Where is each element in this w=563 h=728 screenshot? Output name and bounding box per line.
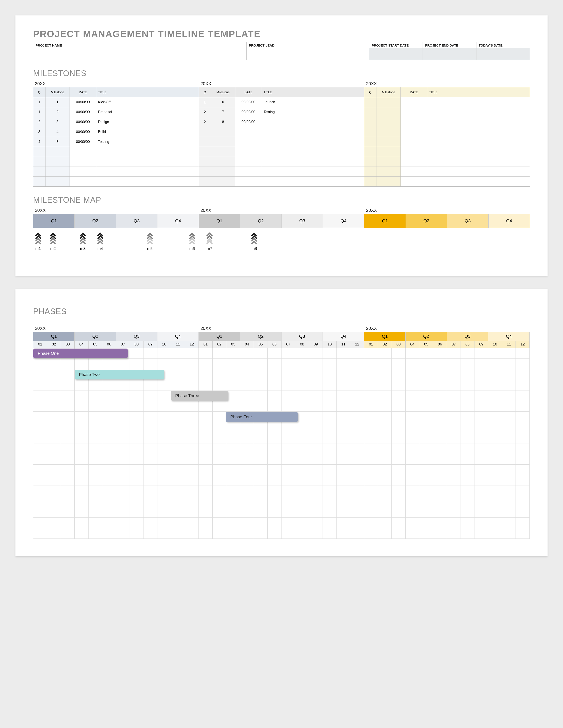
grid-cell[interactable] (378, 443, 392, 454)
grid-cell[interactable] (226, 528, 240, 539)
grid-cell[interactable] (364, 528, 378, 539)
milestone-row[interactable] (33, 177, 199, 187)
grid-cell[interactable] (254, 465, 267, 475)
cell[interactable] (235, 127, 262, 137)
grid-cell[interactable] (364, 412, 378, 422)
grid-cell[interactable] (282, 390, 295, 401)
grid-cell[interactable] (337, 443, 351, 454)
grid-cell[interactable] (102, 412, 116, 422)
grid-cell[interactable] (33, 422, 47, 433)
milestone-row[interactable] (33, 157, 199, 167)
grid-cell[interactable] (447, 369, 461, 380)
cell[interactable]: Proposal (96, 107, 199, 117)
grid-cell[interactable] (267, 348, 281, 359)
grid-cell[interactable] (502, 369, 516, 380)
grid-cell[interactable] (254, 443, 267, 454)
cell[interactable]: 2 (199, 107, 211, 117)
cell[interactable] (401, 157, 427, 167)
grid-cell[interactable] (447, 454, 461, 465)
grid-cell[interactable] (75, 422, 88, 433)
grid-cell[interactable] (447, 412, 461, 422)
grid-cell[interactable] (157, 390, 171, 401)
grid-cell[interactable] (130, 401, 143, 412)
grid-cell[interactable] (144, 496, 157, 507)
grid-cell[interactable] (47, 401, 61, 412)
grid-cell[interactable] (47, 433, 61, 443)
cell[interactable] (235, 137, 262, 147)
grid-cell[interactable] (226, 390, 240, 401)
grid-cell[interactable] (144, 422, 157, 433)
grid-cell[interactable] (475, 390, 488, 401)
grid-cell[interactable] (461, 443, 475, 454)
grid-cell[interactable] (47, 518, 61, 528)
grid-cell[interactable] (75, 433, 88, 443)
grid-cell[interactable] (433, 465, 447, 475)
grid-cell[interactable] (267, 401, 281, 412)
cell[interactable] (364, 137, 377, 147)
cell[interactable] (262, 127, 365, 137)
grid-cell[interactable] (61, 422, 75, 433)
grid-cell[interactable] (406, 412, 419, 422)
grid-cell[interactable] (433, 507, 447, 518)
grid-cell[interactable] (323, 348, 337, 359)
grid-cell[interactable] (240, 454, 254, 465)
grid-cell[interactable] (171, 486, 185, 496)
grid-cell[interactable] (488, 412, 502, 422)
grid-cell[interactable] (502, 422, 516, 433)
grid-cell[interactable] (378, 475, 392, 486)
grid-cell[interactable] (254, 433, 267, 443)
grid-cell[interactable] (130, 465, 143, 475)
grid-cell[interactable] (282, 380, 295, 390)
grid-cell[interactable] (488, 422, 502, 433)
grid-cell[interactable] (282, 369, 295, 380)
grid-cell[interactable] (351, 412, 364, 422)
grid-cell[interactable] (61, 433, 75, 443)
grid-cell[interactable] (502, 359, 516, 369)
grid-cell[interactable] (516, 528, 529, 539)
grid-cell[interactable] (295, 496, 309, 507)
phase-bar[interactable]: Phase One (33, 349, 128, 358)
grid-cell[interactable] (323, 443, 337, 454)
grid-cell[interactable] (47, 390, 61, 401)
grid-cell[interactable] (309, 507, 323, 518)
grid-cell[interactable] (171, 528, 185, 539)
grid-cell[interactable] (475, 465, 488, 475)
project-lead-input[interactable] (246, 48, 369, 60)
grid-cell[interactable] (254, 401, 267, 412)
cell[interactable] (262, 157, 365, 167)
project-name-input[interactable] (33, 48, 246, 60)
grid-cell[interactable] (461, 412, 475, 422)
grid-cell[interactable] (419, 443, 433, 454)
grid-cell[interactable] (309, 359, 323, 369)
grid-cell[interactable] (144, 359, 157, 369)
grid-cell[interactable] (226, 380, 240, 390)
milestone-row[interactable]: 4500/00/00Testing (33, 137, 199, 147)
grid-cell[interactable] (116, 507, 130, 518)
grid-cell[interactable] (61, 359, 75, 369)
cell[interactable] (427, 97, 530, 107)
grid-cell[interactable] (47, 380, 61, 390)
grid-cell[interactable] (75, 507, 88, 518)
milestone-row[interactable]: 2700/00/00Testing (199, 107, 365, 117)
grid-cell[interactable] (199, 422, 212, 433)
grid-cell[interactable] (447, 433, 461, 443)
grid-cell[interactable] (364, 390, 378, 401)
grid-cell[interactable] (309, 486, 323, 496)
grid-cell[interactable] (502, 486, 516, 496)
grid-cell[interactable] (488, 380, 502, 390)
phase-bar[interactable]: Phase Two (75, 370, 164, 379)
grid-cell[interactable] (185, 454, 199, 465)
grid-cell[interactable] (185, 475, 199, 486)
grid-cell[interactable] (33, 507, 47, 518)
grid-cell[interactable] (267, 507, 281, 518)
cell[interactable] (33, 147, 45, 157)
grid-cell[interactable] (378, 422, 392, 433)
grid-cell[interactable] (323, 496, 337, 507)
grid-cell[interactable] (254, 422, 267, 433)
grid-cell[interactable] (254, 380, 267, 390)
grid-cell[interactable] (61, 380, 75, 390)
grid-cell[interactable] (502, 528, 516, 539)
grid-cell[interactable] (461, 369, 475, 380)
cell[interactable] (211, 167, 235, 177)
grid-cell[interactable] (419, 486, 433, 496)
